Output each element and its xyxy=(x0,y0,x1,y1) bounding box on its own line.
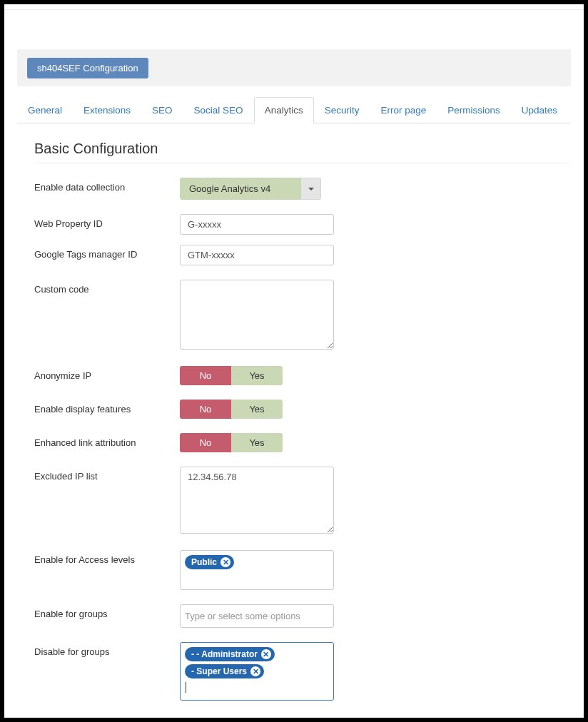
label-disable-groups: Disable for groups xyxy=(34,642,180,657)
label-enable-access: Enable for Access levels xyxy=(34,550,180,565)
tab-general[interactable]: General xyxy=(17,97,73,123)
custom-code-textarea[interactable] xyxy=(180,280,334,350)
enhanced-link-no[interactable]: No xyxy=(180,433,231,452)
label-enhanced-link: Enhanced link attribution xyxy=(34,433,180,448)
enable-collection-value[interactable]: Google Analytics v4 xyxy=(180,178,301,200)
tag-super-users[interactable]: - Super Users ✕ xyxy=(185,664,264,678)
label-gtm-id: Google Tags manager ID xyxy=(34,245,180,260)
tab-analytics[interactable]: Analytics xyxy=(254,97,314,123)
tab-security[interactable]: Security xyxy=(314,97,370,123)
tag-label: - Super Users xyxy=(191,666,247,676)
enhanced-link-yes[interactable]: Yes xyxy=(231,433,283,452)
config-header-bar: sh404SEF Configuration xyxy=(17,49,571,86)
enable-groups-placeholder: Type or select some options xyxy=(185,611,300,621)
web-property-input[interactable] xyxy=(180,214,334,235)
tab-social-seo[interactable]: Social SEO xyxy=(183,97,254,123)
enable-access-tagbox[interactable]: Public ✕ xyxy=(180,550,334,590)
enable-collection-caret[interactable] xyxy=(301,178,321,200)
anonymize-ip-yes[interactable]: Yes xyxy=(231,366,283,385)
enhanced-link-toggle[interactable]: No Yes xyxy=(180,433,283,452)
label-web-property: Web Property ID xyxy=(34,214,180,229)
label-anonymize-ip: Anonymize IP xyxy=(34,366,180,381)
display-features-no[interactable]: No xyxy=(180,400,231,419)
display-features-toggle[interactable]: No Yes xyxy=(180,400,283,419)
text-cursor xyxy=(186,682,186,693)
label-enable-collection: Enable data collection xyxy=(34,178,180,193)
gtm-id-input[interactable] xyxy=(180,245,334,265)
tab-bar: General Extensions SEO Social SEO Analyt… xyxy=(17,96,571,123)
tab-extensions[interactable]: Extensions xyxy=(73,97,141,123)
window-top-strip xyxy=(4,4,584,10)
close-icon[interactable]: ✕ xyxy=(250,666,260,676)
anonymize-ip-no[interactable]: No xyxy=(180,366,231,385)
tab-updates[interactable]: Updates xyxy=(511,97,568,123)
label-display-features: Enable display features xyxy=(34,400,180,415)
tag-public[interactable]: Public ✕ xyxy=(185,555,234,569)
tag-label: - - Administrator xyxy=(191,649,258,659)
anonymize-ip-toggle[interactable]: No Yes xyxy=(180,366,283,385)
config-title-button[interactable]: sh404SEF Configuration xyxy=(27,58,148,78)
close-icon[interactable]: ✕ xyxy=(261,649,271,659)
section-title: Basic Configuration xyxy=(34,141,569,163)
tab-permissions[interactable]: Permissions xyxy=(437,97,511,123)
label-excluded-ip: Excluded IP list xyxy=(34,467,180,482)
display-features-yes[interactable]: Yes xyxy=(231,400,283,419)
disable-groups-tagbox[interactable]: - - Administrator ✕ - Super Users ✕ xyxy=(180,642,334,701)
enable-collection-select[interactable]: Google Analytics v4 xyxy=(180,178,321,200)
tag-administrator[interactable]: - - Administrator ✕ xyxy=(185,647,275,661)
close-icon[interactable]: ✕ xyxy=(220,557,230,567)
tab-seo[interactable]: SEO xyxy=(141,97,183,123)
caret-down-icon xyxy=(308,188,314,190)
tag-label: Public xyxy=(191,557,217,567)
label-custom-code: Custom code xyxy=(34,280,180,295)
tab-error-page[interactable]: Error page xyxy=(370,97,437,123)
enable-groups-tagbox[interactable]: Type or select some options xyxy=(180,604,334,628)
label-enable-groups: Enable for groups xyxy=(34,604,180,619)
excluded-ip-textarea[interactable]: 12.34.56.78 xyxy=(180,467,334,534)
